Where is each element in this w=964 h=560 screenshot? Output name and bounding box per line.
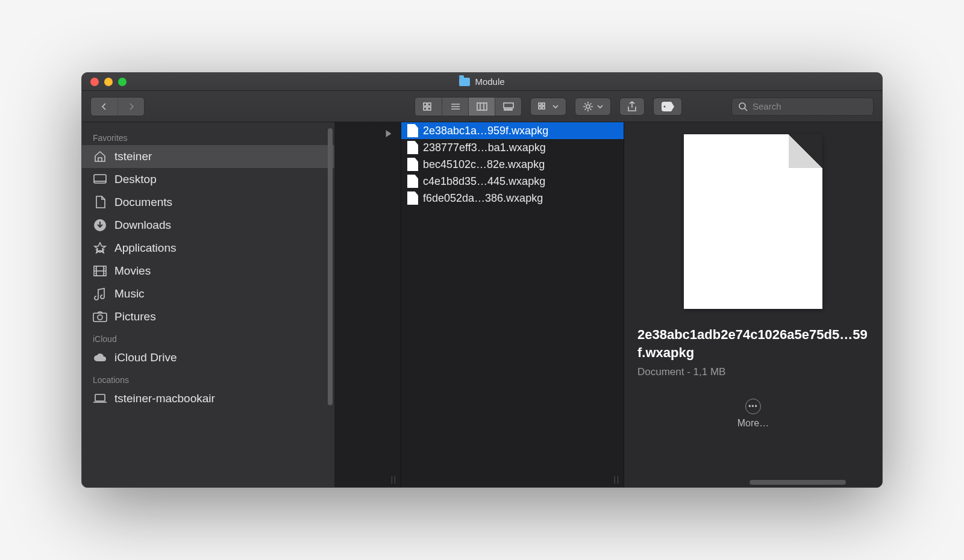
applications-icon [93, 242, 107, 254]
sidebar-item-label: Applications [114, 241, 176, 255]
sidebar-item-music[interactable]: Music [82, 282, 334, 305]
preview-pane: 2e38abc1adb2e74c1026a5e75d5…59f.wxapkg D… [624, 122, 882, 487]
document-icon [407, 191, 418, 205]
more-icon: ••• [745, 399, 761, 414]
svg-rect-3 [428, 107, 431, 110]
tags-button[interactable] [653, 98, 682, 116]
svg-point-14 [664, 105, 666, 107]
disclosure-triangle-icon [383, 128, 394, 139]
maximize-button[interactable] [118, 78, 127, 86]
sidebar-item-downloads[interactable]: Downloads [82, 214, 334, 237]
search-field[interactable] [731, 98, 874, 116]
svg-rect-19 [93, 313, 107, 322]
svg-rect-2 [424, 107, 427, 110]
sidebar-scrollbar[interactable] [328, 128, 333, 405]
close-button[interactable] [90, 78, 99, 86]
sidebar-item-documents[interactable]: Documents [82, 191, 334, 214]
sidebar-item-pictures[interactable]: Pictures [82, 305, 334, 328]
toolbar [82, 91, 882, 122]
column-parent[interactable]: || [335, 122, 401, 487]
window-controls [82, 78, 127, 86]
titlebar: Module [82, 73, 882, 91]
minimize-button[interactable] [104, 78, 113, 86]
pictures-icon [93, 311, 107, 323]
laptop-icon [93, 393, 107, 405]
movies-icon [93, 265, 107, 277]
svg-rect-9 [539, 103, 541, 105]
svg-rect-4 [477, 103, 487, 110]
sidebar-item-desktop[interactable]: Desktop [82, 168, 334, 191]
svg-rect-8 [510, 109, 512, 110]
sidebar-section-icloud: iCloud [82, 328, 334, 346]
arrange-button[interactable] [530, 98, 566, 116]
view-gallery-button[interactable] [495, 98, 521, 116]
finder-window: Module [81, 72, 883, 488]
document-icon [407, 141, 418, 154]
sidebar-item-label: tsteiner-macbookair [114, 392, 215, 405]
view-mode-group [415, 97, 522, 116]
sidebar-item-computer[interactable]: tsteiner-macbookair [82, 387, 334, 410]
svg-rect-7 [507, 109, 509, 110]
share-button[interactable] [619, 98, 645, 116]
document-icon [407, 158, 418, 171]
file-row[interactable]: f6de052da…386.wxapkg [401, 190, 624, 207]
column-resize-handle[interactable]: || [614, 475, 620, 484]
preview-filename: 2e38abc1adb2e74c1026a5e75d5…59f.wxapkg [637, 326, 869, 361]
view-column-button[interactable] [468, 98, 495, 116]
column-browser: || 2e38abc1a…959f.wxapkg 238777eff3…ba1.… [335, 122, 882, 487]
column-files: 2e38abc1a…959f.wxapkg 238777eff3…ba1.wxa… [401, 122, 624, 487]
more-button[interactable]: ••• More… [737, 399, 769, 429]
file-row[interactable]: bec45102c…82e.wxapkg [401, 156, 624, 173]
music-icon [93, 288, 107, 300]
share-icon [627, 101, 637, 112]
action-button[interactable] [575, 98, 611, 116]
folder-icon [459, 78, 470, 86]
sidebar-item-home[interactable]: tsteiner [82, 145, 334, 168]
file-name: c4e1b8d35…445.wxapkg [423, 175, 545, 188]
column-resize-handle[interactable]: || [391, 475, 397, 484]
svg-rect-5 [504, 103, 513, 108]
document-icon [407, 124, 418, 137]
sidebar-item-label: Music [114, 287, 145, 300]
desktop-icon [93, 173, 107, 185]
sidebar-item-label: tsteiner [114, 150, 152, 163]
file-name: 238777eff3…ba1.wxapkg [423, 142, 546, 154]
preview-scrollbar[interactable] [750, 480, 846, 485]
chevron-down-icon [597, 104, 603, 109]
back-button[interactable] [91, 98, 117, 116]
sidebar-item-label: iCloud Drive [114, 351, 177, 364]
svg-rect-0 [424, 103, 427, 106]
document-icon [407, 175, 418, 188]
file-name: f6de052da…386.wxapkg [423, 192, 543, 205]
file-row[interactable]: 2e38abc1a…959f.wxapkg [401, 122, 624, 139]
sidebar-item-label: Desktop [114, 173, 157, 186]
sidebar: Favorites tsteiner Desktop Documents Dow… [82, 122, 335, 487]
preview-thumbnail [684, 134, 822, 309]
sidebar-item-applications[interactable]: Applications [82, 237, 334, 260]
svg-rect-6 [504, 109, 506, 110]
sidebar-section-favorites: Favorites [82, 127, 334, 145]
svg-rect-10 [542, 103, 545, 105]
sidebar-item-label: Documents [114, 196, 172, 209]
gear-icon [583, 101, 593, 112]
sidebar-item-label: Downloads [114, 219, 171, 232]
file-name: bec45102c…82e.wxapkg [423, 158, 545, 171]
svg-point-13 [586, 105, 590, 108]
file-name: 2e38abc1a…959f.wxapkg [423, 125, 548, 137]
svg-rect-1 [428, 103, 431, 106]
sidebar-item-movies[interactable]: Movies [82, 260, 334, 282]
search-input[interactable] [753, 101, 867, 111]
file-row[interactable]: c4e1b8d35…445.wxapkg [401, 173, 624, 190]
svg-rect-11 [539, 107, 541, 109]
svg-rect-21 [95, 394, 105, 401]
sidebar-item-label: Movies [114, 264, 151, 278]
sidebar-item-icloud-drive[interactable]: iCloud Drive [82, 346, 334, 369]
view-icon-button[interactable] [415, 98, 442, 116]
sidebar-section-locations: Locations [82, 369, 334, 387]
file-row[interactable]: 238777eff3…ba1.wxapkg [401, 139, 624, 156]
svg-point-15 [739, 103, 745, 109]
documents-icon [93, 196, 107, 208]
view-list-button[interactable] [442, 98, 468, 116]
svg-rect-12 [542, 107, 545, 109]
forward-button[interactable] [117, 98, 144, 116]
